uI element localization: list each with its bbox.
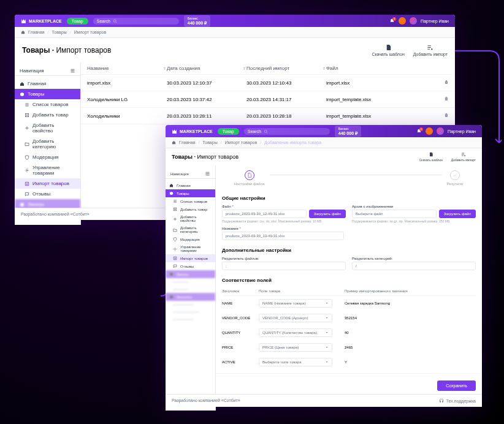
nav-import[interactable]: Импорт товаров <box>15 178 80 189</box>
mode-pill[interactable]: Товар <box>218 128 239 135</box>
file-input[interactable]: products_2023-03-30_12-49-31.xlsx <box>222 210 307 218</box>
name-label: Название <box>222 227 344 230</box>
stepper: Настройки файла Результат <box>216 165 482 192</box>
add-import-button[interactable]: Добавить импорт <box>451 152 476 162</box>
collapse-icon[interactable] <box>205 171 210 176</box>
list-icon <box>173 199 177 203</box>
avatar-user[interactable] <box>410 17 417 25</box>
trash-icon[interactable] <box>444 113 449 118</box>
nav-reviews[interactable]: Отзывы <box>15 189 80 199</box>
gear-icon <box>173 247 177 251</box>
crumb-home[interactable]: Главная <box>179 140 196 145</box>
import-icon <box>173 256 177 260</box>
avatar-user[interactable] <box>437 127 444 135</box>
field-select[interactable]: VENDOR_CODE (Артикул) <box>259 314 332 322</box>
chevron-down-icon <box>325 331 329 335</box>
shield-icon <box>25 155 29 160</box>
table-row[interactable]: import.xlsx30.03.2023 12:10:3730.03.2023… <box>81 75 455 91</box>
cat-sep-input[interactable]: / <box>352 262 476 270</box>
step-result[interactable]: Результат <box>447 170 464 186</box>
document-icon <box>429 152 433 157</box>
trash-icon[interactable] <box>444 96 449 101</box>
mode-pill[interactable]: Товар <box>67 18 88 25</box>
search-icon <box>113 19 117 23</box>
mapping-row: QUANTITYQUANTITY (Количество товара)40 <box>222 325 476 340</box>
nav-add-product[interactable]: Добавить товар <box>15 110 80 120</box>
add-list-icon <box>427 44 433 51</box>
nav-manage-products[interactable]: Управление товарами <box>15 162 80 178</box>
name-input[interactable]: products_2023-03-30_13-49-31.xlsx <box>222 232 344 240</box>
archive-input[interactable]: Выберите файл <box>352 210 437 218</box>
balance-widget[interactable]: Баланс440 000 ₽ <box>335 126 361 137</box>
avatar-company[interactable] <box>426 127 433 135</box>
page-title: Товары · Импорт товаров <box>22 46 111 55</box>
upload-archive-button[interactable]: Загрузить файл <box>439 210 476 218</box>
section-title: Общие настройки <box>222 195 476 201</box>
nav-products[interactable]: Товары <box>166 189 215 197</box>
nav-add-category[interactable]: Добавить категорию <box>166 224 215 235</box>
nav-product-list[interactable]: Список товаров <box>166 197 215 205</box>
collapse-icon[interactable] <box>70 68 75 74</box>
svg-point-2 <box>26 170 28 171</box>
nav-add-product[interactable]: Добавить товар <box>166 205 215 213</box>
crumb-products[interactable]: Товары <box>203 140 218 145</box>
file-sep-input[interactable]: ; <box>222 262 346 270</box>
table-row[interactable]: Холодильники20.03.2023 10:28:1120.03.202… <box>81 108 455 124</box>
nav-add-property[interactable]: Добавить свойство <box>166 213 215 224</box>
nav-import[interactable]: Импорт товаров <box>166 254 215 262</box>
topbar: MARKETPLACE Товар Search Баланс440 000 ₽… <box>15 15 455 27</box>
nav-add-property[interactable]: Добавить свойство <box>15 120 80 136</box>
add-import-button[interactable]: Добавить импорт <box>413 44 448 56</box>
download-template-button[interactable]: Скачать шаблон <box>372 44 404 56</box>
field-select[interactable]: QUANTITY (Количество товара) <box>259 328 332 337</box>
nav-moderation[interactable]: Модерация <box>166 235 215 243</box>
save-button[interactable]: Сохранить <box>437 380 476 391</box>
nav-home[interactable]: Главная <box>15 78 80 89</box>
sort-icon[interactable] <box>162 66 167 70</box>
nav-product-list[interactable]: Список товаров <box>15 99 80 110</box>
search-input[interactable]: Search <box>244 128 330 135</box>
nav-reviews[interactable]: Отзывы <box>166 262 215 270</box>
cat-sep-label: Разделитель категорий: <box>352 257 476 260</box>
notifications-icon[interactable]: 5 <box>389 18 395 24</box>
page-title: Товары · Импорт товаров <box>172 154 239 160</box>
sort-icon[interactable] <box>322 66 326 70</box>
mapping-row: NAMENAME (Название товара)Сетевая зарядк… <box>222 296 476 311</box>
add-list-icon <box>461 152 466 157</box>
field-select[interactable]: PRICE (Цена товара) <box>259 343 332 352</box>
field-select[interactable]: NAME (Название товара) <box>259 299 332 308</box>
table-row[interactable]: Холодильники LG20.03.2023 10:37:4220.03.… <box>81 91 455 108</box>
field-select[interactable]: Выберите поле товара <box>259 358 332 366</box>
nav-home[interactable]: Главная <box>166 181 215 189</box>
home-icon <box>21 30 25 34</box>
shield-icon <box>173 237 177 241</box>
nav-header: Навигация <box>15 66 80 76</box>
nav-moderation[interactable]: Модерация <box>15 152 80 162</box>
balance-widget[interactable]: Баланс440 000 ₽ <box>184 15 210 27</box>
avatar-company[interactable] <box>399 17 406 25</box>
username[interactable]: Партнер Иван <box>421 19 449 23</box>
sort-icon[interactable] <box>242 66 246 70</box>
download-template-button[interactable]: Скачать шаблон <box>419 152 443 162</box>
file-hint: Поддерживается формат: csv, xls, xlsx. М… <box>222 219 346 223</box>
logo[interactable]: MARKETPLACE <box>172 129 213 134</box>
nav-manage-products[interactable]: Управление товарами <box>166 243 215 254</box>
trash-icon[interactable] <box>444 80 449 85</box>
search-input[interactable]: Search <box>93 18 179 25</box>
tech-support-link[interactable]: Тех.поддержка <box>439 398 476 403</box>
crumb-home[interactable]: Главная <box>28 30 45 34</box>
step-settings[interactable]: Настройки файла <box>234 170 265 186</box>
nav-blur: Финансы <box>166 293 215 301</box>
notifications-icon[interactable]: 5 <box>416 129 422 134</box>
crumb-products[interactable]: Товары <box>52 30 67 34</box>
file-label: Файл <box>222 205 346 208</box>
archive-hint: Поддерживается формат: tar.gz, zip. Макс… <box>352 219 476 223</box>
username[interactable]: Партнер Иван <box>448 129 476 134</box>
home-icon <box>20 81 25 86</box>
nav-products[interactable]: Товары <box>15 89 80 99</box>
upload-file-button[interactable]: Загрузить файл <box>309 210 346 218</box>
logo[interactable]: MARKETPLACE <box>21 18 62 24</box>
file-sep-label: Разделитель файлов: <box>222 257 346 260</box>
crumb-import[interactable]: Импорт товаров <box>225 140 257 145</box>
nav-add-category[interactable]: Добавить категорию <box>15 136 80 152</box>
